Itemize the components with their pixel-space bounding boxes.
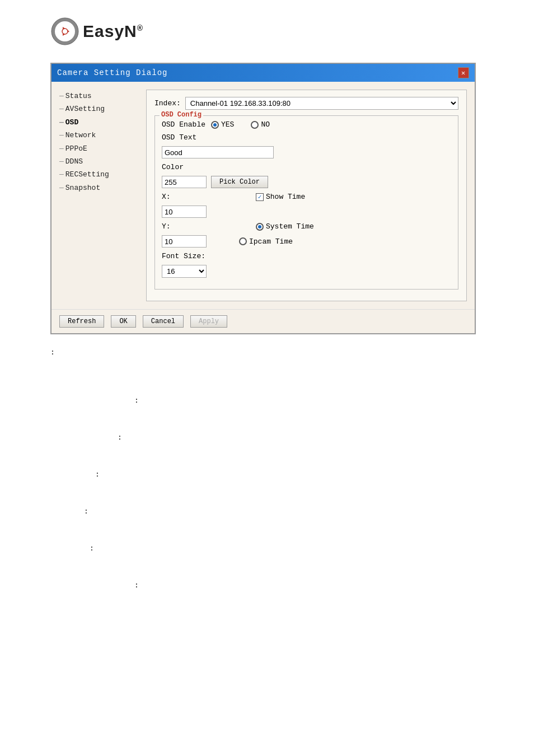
show-time-label: Show Time — [266, 193, 305, 201]
index-row: Index: Channel-01 192.168.33.109:80 — [154, 97, 458, 110]
sidebar-item-avsetting[interactable]: — AVSetting — [59, 102, 140, 115]
osd-config-title: OSD Config — [160, 111, 203, 119]
nav-tree: — Status — AVSetting — OSD — Network — — [59, 90, 146, 301]
osd-enable-radio-group: YES NO — [211, 120, 270, 129]
bottom-row-1: : — [50, 346, 517, 360]
dialog-footer: Refresh OK Cancel Apply — [51, 309, 475, 333]
y-label-row: Y: System Time — [162, 222, 451, 231]
y-input[interactable] — [162, 235, 207, 248]
radio-no-circle[interactable] — [251, 121, 259, 129]
easyn-logo-icon — [50, 17, 79, 46]
x-label-row: X: Show Time — [162, 193, 451, 201]
bottom-row-2: : — [134, 394, 517, 408]
svg-point-3 — [62, 29, 68, 34]
ipcam-time-radio-circle[interactable] — [239, 237, 247, 245]
index-select[interactable]: Channel-01 192.168.33.109:80 — [185, 97, 458, 110]
bottom-content: : : : : : : : — [50, 346, 517, 593]
radio-yes[interactable]: YES — [211, 120, 234, 129]
radio-no[interactable]: NO — [251, 120, 270, 129]
system-time-radio[interactable]: System Time — [256, 222, 314, 231]
logo-area: EasyN® — [17, 17, 517, 46]
pick-color-button[interactable]: Pick Color — [211, 176, 268, 188]
main-content-panel: Index: Channel-01 192.168.33.109:80 OSD … — [146, 90, 467, 301]
dialog-close-button[interactable]: ✕ — [458, 67, 469, 78]
show-time-checkbox[interactable]: Show Time — [256, 193, 305, 201]
sidebar-item-snapshot[interactable]: — Snapshot — [59, 181, 140, 194]
osd-enable-row: OSD Enable YES NO — [162, 120, 451, 129]
radio-yes-circle[interactable] — [211, 121, 219, 129]
font-size-select[interactable]: 16 12 14 18 20 — [162, 265, 207, 278]
font-size-label-row: Font Size: — [162, 252, 451, 260]
color-input[interactable] — [162, 176, 207, 188]
sidebar-item-pppoe[interactable]: — PPPoE — [59, 142, 140, 155]
y-input-row: Ipcam Time — [162, 235, 451, 248]
ipcam-time-label: Ipcam Time — [249, 237, 293, 246]
apply-button[interactable]: Apply — [190, 315, 227, 328]
osd-text-input-row — [162, 146, 451, 158]
osd-text-input[interactable] — [162, 146, 274, 158]
osd-enable-label: OSD Enable — [162, 120, 207, 129]
sidebar-item-ddns[interactable]: — DDNS — [59, 155, 140, 168]
index-label: Index: — [154, 99, 181, 108]
system-time-label: System Time — [266, 222, 314, 231]
show-time-checkbox-box[interactable] — [256, 193, 264, 201]
bottom-row-4: : — [95, 468, 517, 482]
radio-yes-label: YES — [221, 120, 234, 129]
refresh-button[interactable]: Refresh — [59, 315, 104, 328]
dialog-body: — Status — AVSetting — OSD — Network — — [51, 82, 475, 309]
sidebar-item-recsetting[interactable]: — RECSetting — [59, 168, 140, 181]
font-size-input-row: 16 12 14 18 20 — [162, 265, 451, 278]
x-input-row — [162, 206, 451, 218]
color-label: Color — [162, 163, 207, 171]
osd-config-group: OSD Config OSD Enable YES NO — [154, 115, 458, 290]
cancel-button[interactable]: Cancel — [143, 315, 184, 328]
color-label-row: Color — [162, 163, 451, 171]
dialog-titlebar: Camera Setting Dialog ✕ — [51, 64, 475, 82]
color-input-row: Pick Color — [162, 176, 451, 188]
osd-text-label: OSD Text — [162, 133, 207, 142]
logo-text: EasyN® — [83, 22, 143, 41]
bottom-row-3: : — [118, 431, 517, 445]
x-input[interactable] — [162, 206, 207, 218]
sidebar-item-status[interactable]: — Status — [59, 90, 140, 102]
system-time-radio-circle[interactable] — [256, 223, 264, 231]
x-label: X: — [162, 193, 207, 201]
font-size-label: Font Size: — [162, 252, 207, 260]
ipcam-time-radio[interactable]: Ipcam Time — [239, 237, 293, 246]
bottom-row-6: : — [90, 542, 517, 556]
camera-setting-dialog: Camera Setting Dialog ✕ — Status — AVSet… — [50, 63, 476, 334]
radio-no-label: NO — [261, 120, 270, 129]
y-label: Y: — [162, 222, 207, 231]
osd-text-row: OSD Text — [162, 133, 451, 142]
dialog-title: Camera Setting Dialog — [57, 68, 167, 77]
sidebar-item-network[interactable]: — Network — [59, 129, 140, 142]
bottom-row-5: : — [84, 505, 517, 519]
bottom-row-7: : — [134, 578, 517, 593]
ok-button[interactable]: OK — [111, 315, 135, 328]
sidebar-item-osd[interactable]: — OSD — [59, 116, 140, 129]
